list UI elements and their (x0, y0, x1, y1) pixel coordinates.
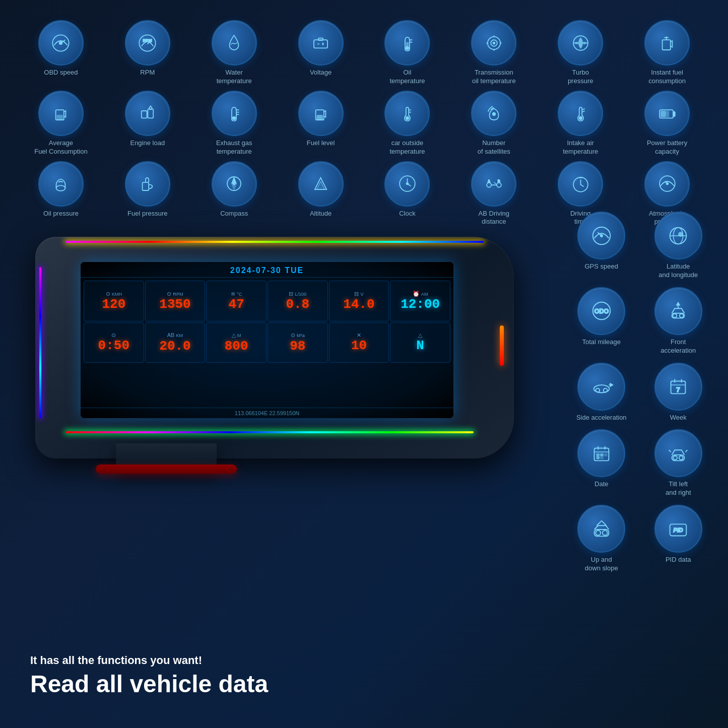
feature-satellites: Numberof satellites (453, 91, 535, 156)
feature-exhaust-temp: Exhaust gastemperature (193, 91, 275, 156)
screen-date: 2024-07-30 TUE (81, 262, 453, 278)
svg-point-63 (487, 183, 491, 187)
pid-icon: PID (654, 505, 702, 553)
feature-avg-fuel: AverageFuel Consumption (20, 91, 102, 156)
svg-line-71 (580, 184, 583, 186)
svg-point-111 (679, 456, 683, 460)
week-label: Week (670, 414, 687, 422)
fuel-level-label: Fuel level (307, 139, 335, 148)
odo-label: Total mileage (582, 338, 621, 347)
obd-speed-icon (38, 20, 84, 65)
oil-pressure-icon (38, 161, 84, 207)
rgb-top (65, 241, 484, 243)
svg-rect-7 (318, 38, 323, 40)
svg-point-17 (493, 42, 495, 44)
svg-point-36 (233, 117, 235, 119)
svg-line-118 (597, 520, 602, 525)
rpm-label: RPM (140, 69, 155, 77)
rgb-right-accent (500, 325, 504, 366)
data-cell-speed: ⊙ KMH 120 (84, 281, 144, 321)
svg-rect-6 (314, 40, 327, 48)
fuel-icon-cell: ⊟ L/100 (289, 291, 306, 297)
svg-point-91 (595, 388, 600, 392)
svg-rect-28 (142, 111, 147, 118)
feature-clock: Clock (367, 161, 448, 227)
hud-device: 2024-07-30 TUE ⊙ KMH 120 ⊙ RPM 1350 ≋ °C (15, 222, 544, 474)
rpm-icon-cell: ⊙ RPM (167, 291, 183, 297)
compass-label: Compass (220, 210, 248, 218)
date-label: Date (594, 480, 608, 489)
feature-tilt-lr: Tilt leftand right (644, 429, 713, 497)
svg-point-31 (149, 107, 152, 109)
driving-time-icon (558, 161, 603, 207)
svg-point-56 (233, 183, 235, 185)
slope-icon (577, 505, 625, 553)
feature-odo: ODO Total mileage (567, 287, 636, 355)
svg-rect-102 (597, 454, 599, 456)
feature-lat-long: Latitudeand longitude (644, 212, 713, 280)
features-grid: OBD speed RPM RPM Watertemperature Volta… (15, 15, 713, 231)
feature-date: Date (567, 429, 636, 497)
alt-icon-cell: △ M (232, 333, 241, 338)
feature-turbo-pressure: Turbopressure (540, 20, 621, 86)
lat-long-icon (654, 212, 702, 259)
altitude-icon (298, 161, 344, 207)
trans-oil-temp-label: Transmissionoil temperature (472, 69, 516, 86)
data-cell-fuel: ⊟ L/100 0.8 (268, 281, 328, 321)
svg-line-112 (669, 450, 671, 452)
fuel-pressure-icon (125, 161, 170, 207)
clock-icon-cell: ⏰ AM (413, 291, 428, 297)
svg-rect-23 (662, 40, 670, 50)
voltage-icon (298, 20, 344, 65)
fuel-level-icon (298, 91, 344, 136)
water-temp-label: Watertemperature (217, 69, 252, 86)
svg-text:A: A (488, 179, 490, 183)
oil-pressure-label: Oil pressure (43, 210, 79, 218)
driving-distance-icon: AB (471, 161, 516, 207)
feature-side-accel: Side acceleration (567, 363, 636, 422)
fuel-value: 0.8 (286, 298, 309, 311)
svg-point-46 (579, 117, 581, 119)
oil-temp-label: Oiltemperature (389, 69, 425, 86)
feature-obd-speed: OBD speed (20, 20, 102, 86)
exhaust-temp-icon (212, 91, 257, 136)
voltage-label: Voltage (310, 69, 332, 77)
svg-line-117 (602, 520, 607, 525)
svg-text:PID: PID (674, 526, 683, 533)
front-accel-icon (654, 287, 702, 335)
distance-value: 20.0 (159, 340, 190, 353)
feature-pid: PID PID data (644, 505, 713, 573)
rgb-left (39, 267, 41, 418)
lat-long-label: Latitudeand longitude (658, 262, 698, 280)
svg-point-110 (674, 456, 678, 460)
power-battery-icon (644, 91, 690, 136)
clock-label: Clock (399, 210, 416, 218)
screen-coordinates: 113.066104E 22.599150N (81, 408, 453, 418)
compass-icon (212, 161, 257, 207)
avg-fuel-label: AverageFuel Consumption (34, 139, 88, 156)
feature-front-accel: Frontacceleration (644, 287, 713, 355)
screen-content: 2024-07-30 TUE ⊙ KMH 120 ⊙ RPM 1350 ≋ °C (81, 262, 453, 418)
feature-power-battery: Power batterycapacity (626, 91, 708, 156)
avg-fuel-icon (38, 91, 84, 136)
pressure-value: 98 (290, 340, 305, 353)
svg-rect-27 (57, 115, 63, 119)
clock-icon (384, 161, 430, 207)
temp-icon-cell: ≋ °C (231, 291, 242, 297)
satellites-icon (471, 91, 516, 136)
svg-rect-114 (594, 530, 609, 536)
svg-rect-104 (605, 454, 607, 456)
oil-temp-icon (384, 20, 430, 65)
altitude-value: 800 (225, 340, 248, 353)
rgb-bottom (65, 431, 474, 433)
atm-pressure-icon (644, 161, 690, 207)
fuel-pressure-label: Fuel pressure (127, 210, 167, 218)
svg-rect-103 (601, 454, 603, 456)
rpm-value: 1350 (159, 298, 190, 311)
data-cell-drivetime: ⊙ 0:50 (84, 322, 144, 363)
hud-screen: 2024-07-30 TUE ⊙ KMH 120 ⊙ RPM 1350 ≋ °C (81, 262, 453, 418)
feature-oil-pressure: Oil pressure (20, 161, 102, 227)
device-stand-base (96, 465, 237, 474)
svg-text:7: 7 (677, 386, 680, 393)
speed-value: 120 (102, 298, 125, 311)
